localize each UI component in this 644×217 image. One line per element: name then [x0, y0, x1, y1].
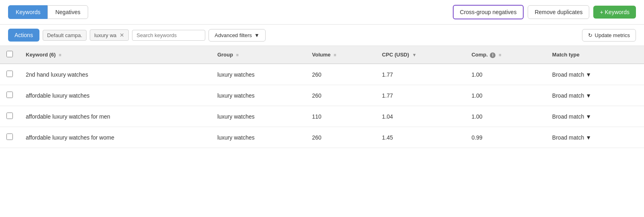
table-body: 2nd hand luxury watches luxury watches 2… [0, 64, 644, 148]
row-checkbox-cell [0, 127, 19, 148]
keyword-col-header[interactable]: Keyword (6) ≡ [19, 46, 211, 64]
row-volume-3: 260 [305, 127, 376, 148]
row-checkbox-cell [0, 64, 19, 85]
match-type-dropdown-2[interactable]: Broad match ▼ [552, 113, 591, 120]
match-type-col-header: Match type [546, 46, 644, 64]
keywords-table-container: Keyword (6) ≡ Group ≡ Volume ≡ CPC (USD)… [0, 46, 644, 148]
row-checkbox-2[interactable] [6, 113, 13, 119]
table-row: affordable luxury watches for wome luxur… [0, 127, 644, 148]
row-volume-2: 110 [305, 106, 376, 127]
match-type-col-label: Match type [552, 52, 580, 58]
row-keyword-2: affordable luxury watches for men [19, 106, 211, 127]
table-header-row: Keyword (6) ≡ Group ≡ Volume ≡ CPC (USD)… [0, 46, 644, 64]
volume-sort-icon: ≡ [334, 52, 336, 57]
filter-left: Actions Default campa. luxury wa ✕ Advan… [8, 29, 266, 42]
campaign-filter-label: Default campa. [47, 32, 82, 38]
tab-keywords[interactable]: Keywords [8, 5, 47, 19]
row-keyword-3: affordable luxury watches for wome [19, 127, 211, 148]
row-match-type-0: Broad match ▼ [546, 64, 644, 85]
actions-button[interactable]: Actions [8, 29, 39, 42]
remove-duplicates-button[interactable]: Remove duplicates [528, 5, 589, 19]
match-type-dropdown-3[interactable]: Broad match ▼ [552, 134, 591, 141]
search-keywords-wrap [132, 30, 205, 41]
match-type-chevron-icon: ▼ [586, 71, 591, 78]
cross-group-negatives-button[interactable]: Cross-group negatives [453, 5, 524, 19]
comp-col-header[interactable]: Comp. i ≡ [465, 46, 545, 64]
row-checkbox-cell [0, 85, 19, 106]
campaign-filter-tag[interactable]: Default campa. [43, 30, 87, 41]
row-group-0: luxury watches [211, 64, 305, 85]
cpc-col-label: CPC (USD) [382, 52, 409, 58]
select-all-checkbox[interactable] [6, 51, 13, 57]
match-type-chevron-icon: ▼ [586, 134, 591, 141]
row-match-type-1: Broad match ▼ [546, 85, 644, 106]
keyword-filter-label: luxury wa [94, 32, 116, 38]
advanced-filters-button[interactable]: Advanced filters ▼ [208, 29, 265, 42]
volume-col-header[interactable]: Volume ≡ [305, 46, 376, 64]
volume-col-label: Volume [312, 52, 330, 58]
row-keyword-1: affordable luxury watches [19, 85, 211, 106]
row-volume-1: 260 [305, 85, 376, 106]
row-checkbox-1[interactable] [6, 92, 13, 98]
tab-group: Keywords Negatives [8, 5, 88, 19]
match-type-dropdown-1[interactable]: Broad match ▼ [552, 92, 591, 99]
row-cpc-3: 1.45 [376, 127, 465, 148]
row-comp-0: 1.00 [465, 64, 545, 85]
keywords-table: Keyword (6) ≡ Group ≡ Volume ≡ CPC (USD)… [0, 46, 644, 148]
row-match-type-2: Broad match ▼ [546, 106, 644, 127]
table-row: 2nd hand luxury watches luxury watches 2… [0, 64, 644, 85]
update-metrics-button[interactable]: ↻ Update metrics [582, 29, 636, 42]
row-keyword-0: 2nd hand luxury watches [19, 64, 211, 85]
comp-sort-icon: ≡ [499, 52, 501, 57]
search-keywords-input[interactable] [136, 32, 201, 38]
comp-col-label: Comp. [471, 52, 487, 58]
row-group-1: luxury watches [211, 85, 305, 106]
row-comp-1: 1.00 [465, 85, 545, 106]
keyword-filter-close-icon[interactable]: ✕ [120, 32, 124, 38]
filter-right: ↻ Update metrics [582, 29, 636, 42]
group-sort-icon: ≡ [236, 52, 239, 57]
row-cpc-0: 1.77 [376, 64, 465, 85]
filter-bar: Actions Default campa. luxury wa ✕ Advan… [0, 25, 644, 46]
keyword-filter-tag[interactable]: luxury wa ✕ [90, 29, 129, 41]
row-group-3: luxury watches [211, 127, 305, 148]
advanced-filters-chevron-icon: ▼ [254, 32, 260, 38]
keyword-sort-icon: ≡ [59, 52, 61, 57]
row-match-type-3: Broad match ▼ [546, 127, 644, 148]
row-comp-2: 1.00 [465, 106, 545, 127]
group-col-header[interactable]: Group ≡ [211, 46, 305, 64]
row-checkbox-cell [0, 106, 19, 127]
cpc-sort-desc-icon: ▼ [412, 52, 417, 57]
table-row: affordable luxury watches luxury watches… [0, 85, 644, 106]
row-cpc-1: 1.77 [376, 85, 465, 106]
match-type-chevron-icon: ▼ [586, 92, 591, 99]
top-right-buttons: Cross-group negatives Remove duplicates … [453, 5, 636, 19]
row-checkbox-0[interactable] [6, 71, 13, 77]
row-checkbox-3[interactable] [6, 134, 13, 140]
match-type-chevron-icon: ▼ [586, 113, 591, 120]
refresh-icon: ↻ [588, 32, 592, 38]
update-metrics-label: Update metrics [595, 32, 630, 38]
row-comp-3: 0.99 [465, 127, 545, 148]
cpc-col-header[interactable]: CPC (USD) ▼ [376, 46, 465, 64]
top-bar: Keywords Negatives Cross-group negatives… [0, 0, 644, 25]
add-keywords-button[interactable]: + Keywords [593, 6, 636, 19]
comp-info-icon: i [490, 52, 495, 58]
select-all-col [0, 46, 19, 64]
row-volume-0: 260 [305, 64, 376, 85]
tab-negatives[interactable]: Negatives [47, 5, 88, 19]
row-cpc-2: 1.04 [376, 106, 465, 127]
table-row: affordable luxury watches for men luxury… [0, 106, 644, 127]
row-group-2: luxury watches [211, 106, 305, 127]
group-col-label: Group [217, 52, 233, 58]
match-type-dropdown-0[interactable]: Broad match ▼ [552, 71, 591, 78]
keyword-col-label: Keyword (6) [26, 52, 56, 58]
advanced-filters-label: Advanced filters [215, 32, 252, 38]
